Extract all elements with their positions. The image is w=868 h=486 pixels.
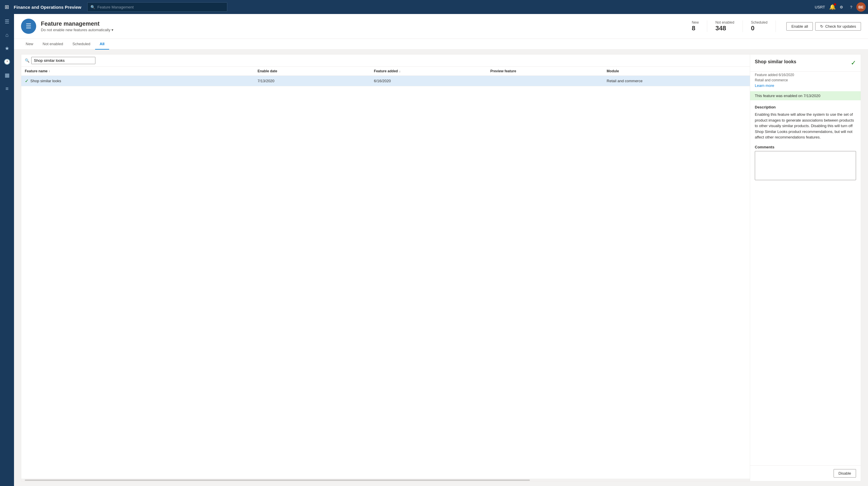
detail-meta: Feature added 6/16/2020 Retail and comme… (750, 72, 861, 91)
stats-block: New 8 Not enabled 348 Scheduled 0 (692, 21, 776, 32)
comments-textarea[interactable] (755, 151, 856, 180)
sidebar-expand-icon[interactable]: ☰ (0, 15, 14, 28)
sidebar-modules-icon[interactable]: ≡ (0, 82, 14, 95)
detail-feature-added: Feature added 6/16/2020 (755, 73, 856, 77)
feature-search-input[interactable] (31, 57, 95, 64)
page-title: Feature management (41, 21, 687, 27)
stat-not-enabled-label: Not enabled (715, 21, 734, 25)
app-title: Finance and Operations Preview (14, 5, 82, 10)
column-feature-name[interactable]: Feature name ↑ (25, 69, 258, 73)
sidebar-home-icon[interactable]: ⌂ (0, 29, 14, 41)
horizontal-scrollbar[interactable] (21, 479, 750, 481)
stat-not-enabled-value: 348 (715, 25, 734, 32)
tab-scheduled[interactable]: Scheduled (68, 39, 95, 50)
feature-table: Feature name ↑ Enable date Feature added… (21, 67, 750, 479)
sidebar-favorites-icon[interactable]: ★ (0, 42, 14, 55)
detail-enabled-banner: This feature was enabled on 7/13/2020 (750, 91, 861, 100)
subtitle-text: Do not enable new features automatically (41, 28, 110, 32)
column-feature-added[interactable]: Feature added ↓ (374, 69, 491, 73)
detail-body: Description Enabling this feature will a… (750, 100, 861, 465)
split-area: 🔍 Feature name ↑ Enable date (14, 50, 868, 486)
stat-scheduled-value: 0 (751, 25, 768, 32)
topbar: ⊞ Finance and Operations Preview 🔍 USRT … (0, 0, 868, 14)
feature-list-panel: 🔍 Feature name ↑ Enable date (21, 54, 750, 481)
page-subtitle[interactable]: Do not enable new features automatically… (41, 28, 687, 32)
chevron-down-icon: ▾ (112, 28, 114, 32)
global-search-input[interactable] (97, 5, 224, 9)
notification-badge (834, 3, 836, 5)
sort-desc-icon: ↓ (399, 70, 401, 73)
topbar-right: USRT 🔔 ⚙ ? BE (812, 2, 866, 12)
row-enable-date: 7/13/2020 (258, 79, 374, 83)
help-icon[interactable]: ? (847, 3, 855, 12)
detail-enabled-check-icon: ✓ (851, 59, 856, 67)
search-bar: 🔍 (21, 55, 750, 67)
list-search-icon: 🔍 (25, 58, 29, 63)
global-search-box[interactable]: 🔍 (87, 2, 227, 12)
check-updates-button[interactable]: ↻ Check for updates (815, 22, 861, 31)
column-preview-feature[interactable]: Preview feature (490, 69, 607, 73)
notifications-icon[interactable]: 🔔 (829, 4, 836, 10)
stat-scheduled-label: Scheduled (751, 21, 768, 25)
stat-new-label: New (692, 21, 699, 25)
detail-panel: Shop similar looks ✓ Feature added 6/16/… (750, 54, 861, 481)
row-enabled-icon: ✓ (25, 78, 29, 84)
row-feature-added: 6/16/2020 (374, 79, 491, 83)
description-title: Description (755, 105, 856, 109)
tabs-bar: New Not enabled Scheduled All (14, 39, 868, 50)
row-feature-name-cell: ✓ Shop similar looks (25, 78, 258, 84)
stat-new-value: 8 (692, 25, 699, 32)
main-layout: ☰ ⌂ ★ 🕐 ▦ ≡ ☰ Feature management Do not … (0, 14, 868, 486)
column-module[interactable]: Module (607, 69, 746, 73)
row-feature-name: Shop similar looks (30, 79, 61, 83)
sort-asc-icon: ↑ (49, 70, 50, 73)
disable-button[interactable]: Disable (834, 469, 856, 478)
detail-title: Shop similar looks (755, 59, 796, 64)
page-icon: ☰ (21, 19, 36, 34)
sidebar: ☰ ⌂ ★ 🕐 ▦ ≡ (0, 14, 14, 486)
user-label: USRT (812, 3, 828, 12)
stat-not-enabled: Not enabled 348 (707, 21, 743, 32)
stat-new: New 8 (692, 21, 707, 32)
comments-label: Comments (755, 145, 856, 149)
stat-scheduled: Scheduled 0 (743, 21, 776, 32)
column-preview-feature-label: Preview feature (490, 69, 516, 73)
search-icon: 🔍 (90, 5, 95, 9)
grid-icon[interactable]: ⊞ (2, 1, 11, 12)
sidebar-recent-icon[interactable]: 🕐 (0, 55, 14, 68)
feature-mgmt-icon: ☰ (26, 23, 32, 30)
refresh-icon: ↻ (820, 24, 824, 29)
tab-all[interactable]: All (95, 39, 110, 50)
detail-description: Enabling this feature will allow the sys… (755, 112, 856, 140)
detail-header: Shop similar looks ✓ (750, 55, 861, 72)
table-header: Feature name ↑ Enable date Feature added… (21, 67, 750, 76)
page-title-block: Feature management Do not enable new fea… (41, 21, 687, 32)
detail-footer: Disable (750, 465, 861, 481)
check-updates-label: Check for updates (825, 24, 856, 29)
column-feature-name-label: Feature name (25, 69, 48, 73)
column-module-label: Module (607, 69, 619, 73)
header-actions: Enable all ↻ Check for updates (786, 22, 861, 31)
tab-not-enabled[interactable]: Not enabled (38, 39, 68, 50)
sidebar-workspaces-icon[interactable]: ▦ (0, 69, 14, 82)
detail-module: Retail and commerce (755, 78, 856, 82)
user-avatar[interactable]: BE (856, 2, 866, 12)
page-header: ☰ Feature management Do not enable new f… (14, 14, 868, 39)
enable-all-button[interactable]: Enable all (786, 22, 813, 31)
table-row[interactable]: ✓ Shop similar looks 7/13/2020 6/16/2020… (21, 76, 750, 86)
scrollbar-thumb[interactable] (25, 480, 530, 481)
tab-new[interactable]: New (21, 39, 38, 50)
learn-more-link[interactable]: Learn more (755, 84, 774, 88)
content-area: ☰ Feature management Do not enable new f… (14, 14, 868, 486)
settings-icon[interactable]: ⚙ (837, 3, 846, 12)
row-module: Retail and commerce (607, 79, 746, 83)
column-enable-date-label: Enable date (258, 69, 277, 73)
column-feature-added-label: Feature added (374, 69, 398, 73)
column-enable-date[interactable]: Enable date (258, 69, 374, 73)
